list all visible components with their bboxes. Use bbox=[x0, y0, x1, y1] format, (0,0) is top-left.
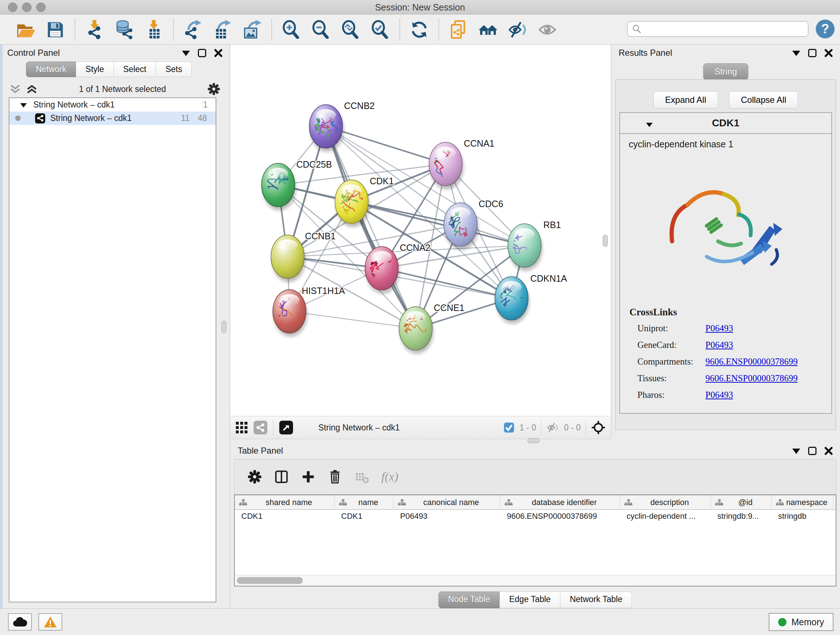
crosslink-link[interactable]: P06493 bbox=[706, 323, 733, 333]
network-node-CCNB1[interactable]: CCNB1 bbox=[271, 231, 336, 282]
create-column-plus-icon[interactable] bbox=[301, 470, 316, 484]
bottom-splitter-grip[interactable] bbox=[527, 438, 540, 443]
selected-checkbox-icon[interactable] bbox=[504, 422, 515, 433]
table-cell[interactable]: stringdb bbox=[772, 510, 834, 523]
collapse-all-icon[interactable] bbox=[9, 84, 21, 94]
import-table-from-file-icon[interactable] bbox=[144, 20, 164, 40]
collapse-all-button[interactable]: Collapse All bbox=[729, 91, 798, 109]
network-node-CCNA1[interactable]: CCNA1 bbox=[416, 138, 494, 189]
panel-close-icon[interactable] bbox=[824, 447, 833, 455]
memory-button[interactable]: Memory bbox=[769, 613, 834, 631]
close-window-button[interactable] bbox=[8, 3, 17, 12]
protein-expander-icon[interactable] bbox=[646, 123, 653, 130]
zoom-fit-content-icon[interactable] bbox=[341, 20, 360, 40]
function-builder-icon[interactable]: f(x) bbox=[381, 470, 398, 484]
network-node-RB1[interactable]: RB1 bbox=[507, 220, 561, 271]
open-session-icon[interactable] bbox=[16, 20, 35, 40]
zoom-out-icon[interactable] bbox=[311, 20, 331, 40]
delete-table-icon[interactable] bbox=[355, 470, 369, 484]
show-selected-icon[interactable] bbox=[538, 20, 557, 40]
network-node-CDC25B[interactable]: CDC25B bbox=[249, 159, 332, 211]
column-header-description[interactable]: description bbox=[620, 495, 711, 509]
search-input[interactable] bbox=[644, 22, 808, 35]
panel-float-icon[interactable] bbox=[198, 49, 206, 57]
network-node-CCNB2[interactable]: CCNB2 bbox=[304, 101, 375, 152]
panel-close-icon[interactable] bbox=[824, 49, 833, 57]
panel-float-icon[interactable] bbox=[808, 49, 816, 57]
crosslink-link[interactable]: P06493 bbox=[706, 390, 733, 400]
table-cell[interactable]: cyclin-dependent ... bbox=[620, 510, 711, 523]
warnings-button[interactable] bbox=[38, 613, 62, 631]
table-cell[interactable]: stringdb:9... bbox=[711, 510, 772, 523]
panel-menu-icon[interactable] bbox=[792, 51, 800, 60]
expand-all-button[interactable]: Expand All bbox=[653, 91, 718, 109]
column-header-canonical-name[interactable]: canonical name bbox=[393, 495, 500, 509]
table-tab-edge-table[interactable]: Edge Table bbox=[500, 592, 561, 608]
table-cell[interactable]: CDK1 bbox=[235, 510, 335, 523]
table-cell[interactable]: P06493 bbox=[393, 510, 500, 523]
delete-column-trash-icon[interactable] bbox=[328, 470, 342, 484]
column-header-shared-name[interactable]: shared name bbox=[235, 495, 335, 509]
network-edge-CCNB2-CCNA1[interactable] bbox=[326, 126, 446, 164]
tab-select[interactable]: Select bbox=[114, 62, 156, 77]
clone-network-icon[interactable] bbox=[448, 20, 468, 40]
protein-card-header[interactable]: CDK1 bbox=[620, 113, 831, 134]
network-edge-CCNB2-CCNE1[interactable] bbox=[326, 126, 416, 328]
network-node-CDC6[interactable]: CDC6 bbox=[440, 199, 503, 250]
graphics-detail-grid-icon[interactable] bbox=[235, 421, 248, 434]
show-home-icon[interactable] bbox=[478, 20, 498, 40]
birds-eye-view-icon[interactable] bbox=[279, 421, 293, 434]
table-options-gear-icon[interactable] bbox=[248, 470, 262, 484]
table-cell[interactable]: 9606.ENSP00000378699 bbox=[500, 510, 620, 523]
fit-selection-crosshair-icon[interactable] bbox=[591, 420, 606, 435]
crosslink-link[interactable]: 9606.ENSP00000378699 bbox=[706, 373, 798, 383]
panel-close-icon[interactable] bbox=[214, 49, 223, 57]
zoom-selected-icon[interactable] bbox=[370, 20, 390, 40]
network-node-CDK1[interactable]: CDK1 bbox=[335, 176, 394, 227]
network-options-gear-icon[interactable] bbox=[207, 82, 220, 96]
column-header-database-identifier[interactable]: database identifier bbox=[500, 495, 620, 509]
cloud-status-button[interactable] bbox=[8, 613, 32, 631]
column-header-namespace[interactable]: namespace bbox=[772, 495, 834, 509]
column-header-@id[interactable]: @id bbox=[711, 495, 772, 509]
tab-network[interactable]: Network bbox=[26, 62, 76, 77]
table-cell[interactable]: CDK1 bbox=[335, 510, 393, 523]
collection-expander-icon[interactable] bbox=[20, 103, 27, 111]
column-header-name[interactable]: name bbox=[335, 495, 393, 509]
hidden-eye-icon[interactable] bbox=[546, 423, 559, 432]
import-network-from-file-icon[interactable] bbox=[85, 20, 104, 40]
minimize-window-button[interactable] bbox=[22, 3, 32, 12]
help-button[interactable]: ? bbox=[816, 19, 835, 38]
table-tab-network-table[interactable]: Network Table bbox=[561, 592, 632, 608]
network-node-CDKN1A[interactable]: CDKN1A bbox=[493, 273, 567, 324]
crosslink-link[interactable]: 9606.ENSP00000378699 bbox=[706, 356, 798, 367]
table-tab-node-table[interactable]: Node Table bbox=[439, 592, 500, 608]
import-network-from-database-icon[interactable] bbox=[114, 20, 134, 40]
panel-menu-icon[interactable] bbox=[792, 448, 800, 458]
tab-string[interactable]: String bbox=[703, 63, 748, 80]
tab-sets[interactable]: Sets bbox=[156, 62, 192, 77]
scrollbar-thumb[interactable] bbox=[237, 577, 303, 584]
network-chip-icon[interactable] bbox=[254, 421, 267, 434]
network-row[interactable]: String Network – cdk1 11 48 bbox=[9, 111, 216, 125]
save-session-icon[interactable] bbox=[46, 20, 65, 40]
crosslink-link[interactable]: P06493 bbox=[706, 340, 733, 350]
apply-preferred-layout-icon[interactable] bbox=[409, 20, 429, 40]
export-image-icon[interactable] bbox=[242, 20, 262, 40]
network-collection-row[interactable]: String Network – cdk1 1 bbox=[9, 98, 216, 111]
export-network-icon[interactable] bbox=[183, 20, 202, 40]
maximize-window-button[interactable] bbox=[36, 3, 46, 12]
network-view-canvas[interactable]: CCNB2CCNA1CDC25BCDK1CDC6RB1CCNB1CCNA2CDK… bbox=[231, 44, 611, 416]
network-node-CCNE1[interactable]: CCNE1 bbox=[390, 302, 464, 354]
tab-style[interactable]: Style bbox=[76, 62, 114, 77]
left-splitter-grip[interactable] bbox=[221, 321, 226, 333]
export-table-icon[interactable] bbox=[213, 20, 232, 40]
zoom-in-icon[interactable] bbox=[281, 20, 301, 40]
network-edge-HIST1H1A-CCNE1[interactable] bbox=[289, 311, 416, 328]
table-row[interactable]: CDK1CDK1P064939606.ENSP00000378699cyclin… bbox=[235, 510, 836, 523]
right-splitter-grip[interactable] bbox=[603, 234, 608, 247]
panel-menu-icon[interactable] bbox=[182, 51, 190, 60]
network-edge-CCNA2-CDKN1A[interactable] bbox=[382, 268, 512, 298]
show-columns-icon[interactable] bbox=[274, 470, 289, 484]
table-horizontal-scrollbar[interactable] bbox=[235, 575, 836, 586]
